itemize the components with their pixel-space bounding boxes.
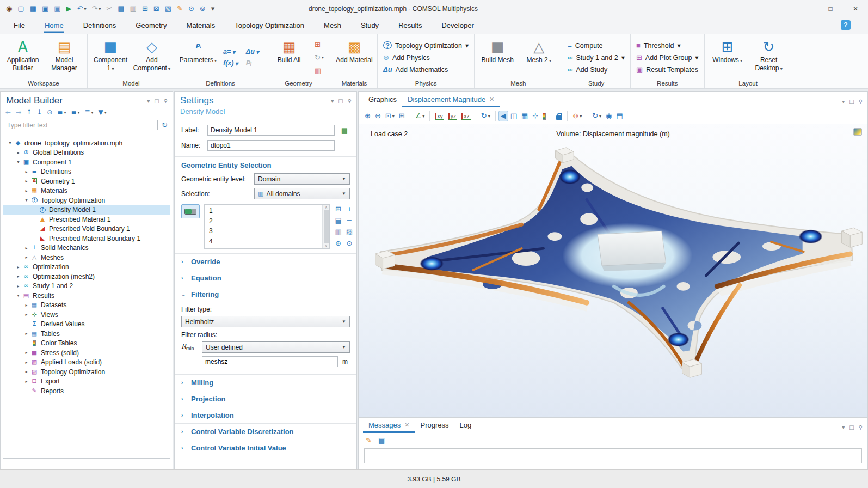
selection-entry[interactable]: 3 (205, 226, 322, 236)
tree-item[interactable]: ▸⊕Global Definitions (3, 148, 170, 158)
active-toggle-button[interactable] (181, 204, 200, 218)
color-legend-icon[interactable] (541, 112, 547, 121)
panel-float-icon[interactable]: □ (153, 97, 159, 105)
collapse-all-icon[interactable]: ≡▾ (69, 107, 81, 117)
default-view-icon[interactable]: ∠▾ (414, 111, 427, 121)
tree-expander[interactable]: ▸ (15, 284, 22, 289)
grid-icon[interactable]: ▦ (520, 111, 530, 121)
move-up-icon[interactable]: ↑ (24, 107, 33, 117)
paste-selection-icon[interactable]: ▤ (334, 217, 342, 224)
add-component-button[interactable]: ◇Add Component ▾ (132, 36, 171, 79)
close-tab-icon[interactable]: ✕ (404, 422, 409, 429)
scene-light-icon[interactable]: ◀ (499, 111, 508, 121)
selection-entry[interactable]: 4 (205, 236, 322, 247)
show-axes-icon[interactable]: ⊹ (531, 111, 540, 121)
tree-expander[interactable]: ▸ (23, 169, 30, 174)
section-equation[interactable]: ›Equation (175, 270, 356, 286)
windows-button[interactable]: ⊞Windows ▾ (708, 36, 747, 79)
message-table-icon[interactable]: ▤ (377, 436, 386, 446)
save-as-icon[interactable]: ▣ (52, 4, 62, 14)
zoom-selection-icon[interactable]: ⊕ (334, 240, 342, 247)
section-filtering[interactable]: ⌄Filtering (175, 286, 356, 302)
maximize-button[interactable]: □ (818, 0, 843, 17)
panel-pin-icon[interactable]: ⚲ (858, 98, 863, 106)
tree-expander[interactable]: ▾ (15, 293, 22, 298)
section-control-variable-discretization[interactable]: ›Control Variable Discretization (175, 423, 356, 440)
tree-item[interactable]: ✎Reports (3, 386, 170, 396)
section-control-variable-initial-value[interactable]: ›Control Variable Initial Value (175, 440, 356, 456)
tree-item[interactable]: ▸■Stress (solid) (3, 348, 170, 358)
model-manager-button[interactable]: ▤Model Manager (45, 36, 84, 79)
tree-item[interactable]: ΣDerived Values (3, 320, 170, 330)
tree-expander[interactable]: ▸ (23, 350, 30, 355)
zoom-extents-icon[interactable]: ⊞ (397, 111, 407, 121)
tab-progress[interactable]: Progress (415, 418, 454, 433)
lock-icon[interactable] (555, 112, 564, 121)
clear-icon[interactable]: ✎ (175, 4, 184, 14)
tree-expander[interactable]: ▸ (23, 303, 30, 308)
add-plot-group-button[interactable]: ⊞Add Plot Group▾ (636, 53, 699, 62)
panel-float-icon[interactable]: □ (848, 98, 854, 106)
menu-tab-file[interactable]: File (13, 19, 26, 33)
nonlocal-couplings-icon[interactable]: Δu▾ (246, 48, 259, 56)
tree-expander[interactable]: ▾ (23, 198, 30, 203)
tree-expander[interactable]: ▾ (7, 141, 14, 145)
minimize-button[interactable]: ─ (793, 0, 818, 17)
tree-expander[interactable]: ▸ (23, 188, 30, 193)
tree-item[interactable]: ▾◆drone_topology_optimization.mph (3, 138, 170, 148)
selection-entry[interactable]: 2 (205, 216, 322, 227)
open-file-icon[interactable]: ▦ (28, 4, 38, 14)
copy-selection-icon[interactable]: ⊞ (334, 205, 342, 213)
tree-expander[interactable]: ▸ (23, 312, 30, 317)
filter-radius-mode-dropdown[interactable]: User defined▼ (202, 341, 350, 353)
refresh-icon[interactable]: ↻ (160, 120, 169, 130)
tree-expander[interactable]: ▸ (15, 265, 22, 270)
menu-tab-materials[interactable]: Materials (186, 19, 216, 33)
tree-expander[interactable]: ▸ (23, 331, 30, 336)
tree-item[interactable]: ▸▨Applied Loads (solid) (3, 358, 170, 368)
tab-messages[interactable]: Messages✕ (363, 418, 415, 433)
menu-tab-definitions[interactable]: Definitions (83, 19, 117, 33)
rename-list-button[interactable]: ▤ (339, 125, 350, 135)
tree-item[interactable]: ▸▦Datasets (3, 301, 170, 310)
topology-optimization-button[interactable]: ?Topology Optimization▾ (383, 41, 469, 50)
panel-float-icon[interactable]: □ (337, 97, 343, 105)
close-tab-icon[interactable]: ✕ (489, 96, 494, 103)
rebuild-icon[interactable]: ↻▾ (313, 53, 325, 63)
scroll-up-icon[interactable]: ∧ (325, 205, 328, 210)
panel-float-icon[interactable]: □ (848, 424, 854, 431)
compute-button[interactable]: =Compute (568, 41, 625, 50)
add-selection-icon[interactable]: + (346, 205, 353, 213)
tree-item[interactable]: Color Tables (3, 339, 170, 349)
filter-radius-input[interactable] (202, 356, 338, 367)
tree-expander[interactable]: ▸ (15, 274, 22, 279)
reset-desktop-button[interactable]: ↻Reset Desktop ▾ (749, 36, 789, 79)
help-icon[interactable]: ? (841, 20, 851, 30)
update-plot-icon[interactable]: ↻▾ (590, 111, 603, 121)
variables-icon[interactable]: a=▾ (223, 48, 238, 56)
tree-item[interactable]: ?Density Model 1 (3, 205, 170, 215)
tree-expander[interactable]: ▸ (23, 179, 30, 184)
tree-expander[interactable]: ▸ (23, 360, 30, 365)
menu-tab-study[interactable]: Study (360, 19, 379, 33)
transparency-icon[interactable]: ◫ (509, 111, 519, 121)
preview-icon[interactable]: ⊚ (198, 4, 207, 14)
view-yz-icon[interactable]: yz (447, 112, 459, 121)
tree-item[interactable]: ▲Prescribed Material 1 (3, 215, 170, 224)
tree-item[interactable]: ▾▤Results (3, 291, 170, 301)
tree-item[interactable]: ◣Prescribed Material Boundary 1 (3, 234, 170, 243)
tree-expander[interactable]: ▸ (23, 255, 30, 260)
tree-item[interactable]: ▸⊟Export (3, 377, 170, 387)
functions-icon[interactable]: f(x)▾ (223, 59, 238, 68)
add-study-button[interactable]: ∞Add Study (568, 65, 625, 74)
selection-dropdown[interactable]: ▥ All domains▼ (254, 188, 350, 199)
add-mathematics-button[interactable]: ΔuAdd Mathematics (383, 65, 469, 74)
cut-icon[interactable]: ✂ (104, 4, 114, 14)
zoom-out-icon[interactable]: ⊖ (373, 111, 383, 121)
duplicate-icon[interactable]: ⊞ (140, 4, 150, 14)
entity-level-dropdown[interactable]: Domain▼ (254, 173, 350, 185)
tree-item[interactable]: ▸AGeometry 1 (3, 176, 170, 186)
build-all-button[interactable]: ▦Build All (269, 36, 309, 79)
tree-expander[interactable]: ▸ (23, 369, 30, 374)
selection-listbox[interactable]: 1234 ∧ ∨ (204, 204, 330, 249)
